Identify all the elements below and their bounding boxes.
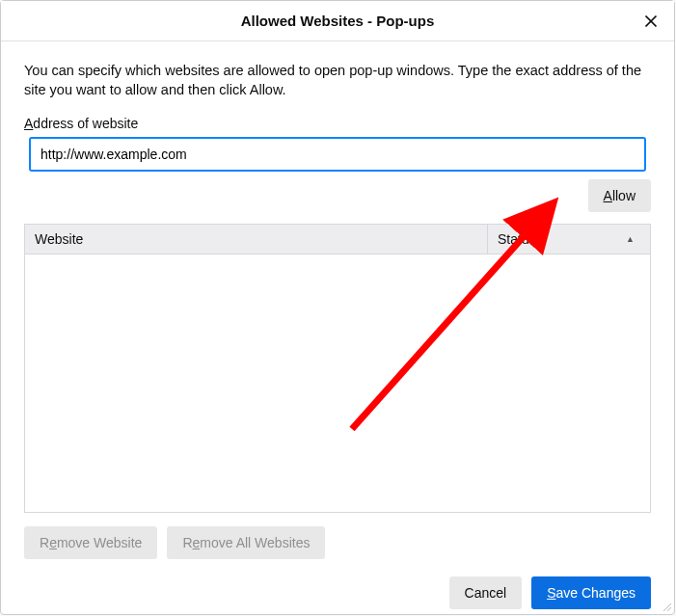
popup-settings-dialog: Allowed Websites - Pop-ups You can speci… [0,0,675,615]
websites-table: Website Status ▲ [24,224,651,513]
save-changes-button[interactable]: Save Changes [531,576,651,609]
allow-button[interactable]: Allow [588,179,651,212]
close-button[interactable] [641,12,661,31]
sort-ascending-icon: ▲ [626,234,635,244]
address-label: Address of website [24,116,651,131]
close-icon [644,14,658,28]
description-text: You can specify which websites are allow… [24,61,651,100]
table-header: Website Status ▲ [25,225,650,254]
cancel-button[interactable]: Cancel [449,576,523,609]
remove-all-websites-button: Remove All Websites [167,526,325,559]
column-header-status[interactable]: Status ▲ [488,225,650,254]
dialog-content: You can specify which websites are allow… [1,41,674,616]
dialog-title: Allowed Websites - Pop-ups [241,13,435,29]
address-input[interactable] [29,137,646,172]
allow-button-row: Allow [24,179,651,212]
remove-actions-row: Remove Website Remove All Websites [24,526,651,559]
column-header-website[interactable]: Website [25,225,488,254]
table-body [25,254,650,512]
footer-actions-row: Cancel Save Changes [24,576,651,609]
remove-website-button: Remove Website [24,526,157,559]
dialog-header: Allowed Websites - Pop-ups [1,1,674,41]
